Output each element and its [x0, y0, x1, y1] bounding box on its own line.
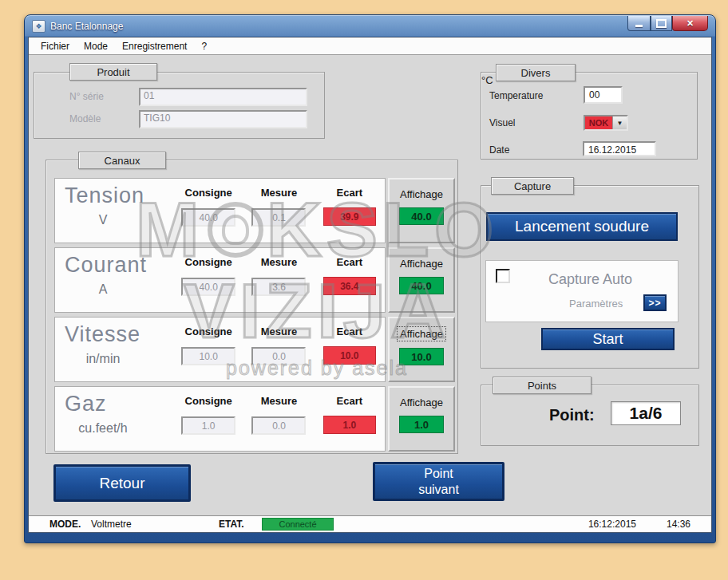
ecart-header: Ecart	[315, 326, 385, 337]
modele-field[interactable]: TIG10	[139, 110, 307, 128]
app-window: Banc Etalonnage ✕ Fichier Mode Enregistr…	[24, 14, 716, 543]
mesure-field[interactable]: 0.1	[251, 208, 306, 227]
mesure-header: Mesure	[243, 187, 314, 199]
menu-enregistrement[interactable]: Enregistrement	[115, 39, 194, 53]
consigne-header: Consigne	[173, 187, 243, 199]
affichage-box-gaz: Affichage 1.0	[388, 386, 455, 452]
capture-auto-panel: Capture Auto Paramètres >>	[485, 260, 679, 322]
affichage-label: Affichage	[398, 396, 445, 409]
modele-label: Modèle	[69, 113, 101, 124]
menu-mode[interactable]: Mode	[77, 39, 115, 53]
serie-label: N° série	[69, 91, 104, 102]
ecart-header: Ecart	[315, 395, 385, 407]
mode-label: MODE.	[49, 519, 81, 530]
mesure-field[interactable]: 0.0	[251, 416, 306, 435]
channel-row-vitesse: Vitesse in/min Consigne 10.0 Mesure 0.0 …	[54, 317, 386, 382]
affichage-label: Affichage	[398, 257, 445, 270]
mesure-header: Mesure	[243, 326, 314, 337]
affichage-indicator: 40.0	[399, 277, 444, 294]
menu-fichier[interactable]: Fichier	[34, 39, 77, 53]
channel-unit: in/min	[55, 352, 151, 366]
affichage-indicator: 10.0	[399, 348, 444, 365]
close-button[interactable]: ✕	[672, 16, 708, 31]
mode-value: Voltmetre	[91, 519, 132, 530]
group-points: Points Point: 1a/6	[481, 385, 699, 446]
mesure-field[interactable]: 0.0	[251, 347, 306, 365]
point-suivant-line2: suivant	[418, 482, 459, 498]
minimize-button[interactable]	[627, 16, 651, 31]
group-canaux: Canaux Tension V Consigne 40.0 Mesure 0.…	[46, 160, 458, 454]
connection-status-badge: Connecté	[262, 518, 334, 531]
date-field[interactable]: 16.12.2015	[583, 141, 656, 156]
serie-field[interactable]: 01	[139, 88, 307, 106]
status-time: 14:36	[667, 519, 690, 530]
affichage-box-courant: Affichage 40.0	[388, 247, 455, 313]
affichage-indicator: 1.0	[399, 416, 444, 433]
group-divers: Divers Temperature 00 °C Visuel NOK ▼ Da…	[481, 72, 698, 160]
parametres-label: Paramètres	[569, 298, 623, 310]
channel-name: Courant	[55, 253, 173, 278]
point-label: Point:	[549, 406, 595, 424]
visuel-dropdown[interactable]: NOK ▼	[584, 115, 628, 131]
minimize-icon	[635, 25, 643, 27]
menubar: Fichier Mode Enregistrement ?	[29, 37, 711, 55]
temperature-label: Temperature	[489, 90, 543, 101]
consigne-header: Consigne	[173, 326, 243, 337]
ecart-header: Ecart	[315, 187, 385, 199]
app-icon	[32, 20, 46, 33]
group-capture: Capture Lancement soudure Capture Auto P…	[481, 185, 699, 369]
channel-name: Gaz	[55, 392, 173, 416]
group-produit-tab: Produit	[69, 63, 157, 81]
consigne-field[interactable]: 10.0	[181, 347, 235, 365]
chevron-down-icon[interactable]: ▼	[612, 116, 627, 129]
lancement-soudure-button[interactable]: Lancement soudure	[486, 212, 678, 241]
channel-row-gaz: Gaz cu.feet/h Consigne 1.0 Mesure 0.0 Ec…	[54, 386, 386, 452]
point-field[interactable]: 1a/6	[611, 401, 681, 425]
mesure-field[interactable]: 3.6	[251, 278, 306, 296]
channel-unit: V	[55, 213, 151, 227]
consigne-field[interactable]: 1.0	[181, 416, 235, 435]
ecart-header: Ecart	[315, 256, 385, 268]
maximize-button[interactable]	[651, 16, 672, 31]
consigne-header: Consigne	[173, 395, 243, 407]
point-suivant-line1: Point	[424, 466, 453, 482]
affichage-box-tension: Affichage 40.0	[388, 178, 455, 243]
consigne-field[interactable]: 40.0	[181, 278, 235, 296]
affichage-label: Affichage	[398, 187, 445, 201]
ecart-indicator: 36.4	[323, 277, 376, 295]
channel-name: Vitesse	[55, 322, 173, 347]
status-date: 16:12:2015	[588, 519, 636, 530]
menu-aide[interactable]: ?	[194, 39, 214, 53]
parametres-button[interactable]: >>	[643, 294, 667, 311]
affichage-indicator: 40.0	[399, 207, 444, 225]
ecart-indicator: 1.0	[323, 416, 376, 434]
group-divers-tab: Divers	[496, 64, 576, 81]
client-area: Produit N° série 01 Modèle TIG10 Divers …	[29, 55, 711, 516]
mesure-header: Mesure	[243, 256, 314, 268]
capture-auto-checkbox[interactable]	[496, 269, 510, 283]
channel-row-tension: Tension V Consigne 40.0 Mesure 0.1 Ecart…	[54, 178, 386, 243]
group-canaux-tab: Canaux	[78, 152, 166, 169]
affichage-box-vitesse: Affichage 10.0	[388, 317, 455, 382]
maximize-icon	[656, 19, 667, 28]
capture-auto-label: Capture Auto	[548, 271, 632, 288]
status-bar: MODE. Voltmetre ETAT. Connecté 16:12:201…	[29, 515, 711, 532]
visuel-value: NOK	[585, 116, 612, 129]
titlebar[interactable]: Banc Etalonnage ✕	[25, 15, 715, 37]
etat-label: ETAT.	[219, 519, 244, 530]
channel-unit: cu.feet/h	[55, 421, 151, 436]
window-title: Banc Etalonnage	[50, 21, 123, 32]
channel-row-courant: Courant A Consigne 40.0 Mesure 3.6 Ecart…	[54, 247, 386, 313]
window-controls: ✕	[627, 16, 708, 31]
consigne-header: Consigne	[173, 256, 243, 268]
retour-button[interactable]: Retour	[53, 464, 191, 502]
temperature-field[interactable]: 00	[584, 86, 623, 104]
date-label: Date	[489, 144, 509, 156]
consigne-field[interactable]: 40.0	[181, 208, 235, 227]
point-suivant-button[interactable]: Point suivant	[373, 462, 504, 501]
ecart-indicator: 39.9	[323, 207, 376, 226]
window-body: Fichier Mode Enregistrement ? Produit N°…	[28, 37, 712, 533]
channel-unit: A	[55, 282, 151, 297]
group-points-tab: Points	[493, 377, 592, 394]
start-button[interactable]: Start	[541, 328, 675, 350]
